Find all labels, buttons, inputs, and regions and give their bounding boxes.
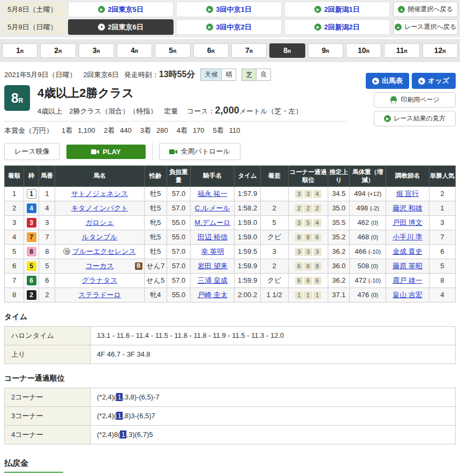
corner-order-cell: 111 [288,288,328,302]
trainer-link[interactable]: 戸田 博文 [393,218,423,226]
meeting-race-label: 2回東京6日 [108,22,143,32]
trainer-cell: 畠山 吉宏 [386,288,429,302]
horse-link[interactable]: サトノジェネシス [71,190,128,198]
horse-link[interactable]: キタノインパクト [71,204,128,212]
meeting-day-row: 5月9日（日曜）▼2回東京6日▶3回中京2日▶2回新潟2日▲レース選択へ戻る [2,19,458,35]
corner-position: 2 [295,205,303,213]
race-date-text: 2021年5月9日（日曜） 2回東京6日 [4,70,119,80]
patrol-video-button[interactable]: 全周パトロール [159,143,240,160]
horse-name-cell: サトノジェネシス [55,186,145,201]
trainer-link[interactable]: 金成 貴史 [393,247,423,255]
results-header-cell: 単勝人気 [429,166,455,187]
result-row: 588地ブルーエクセレンス牡557.0幸 英明1:59.5333336.2466… [5,244,456,259]
trainer-link[interactable]: 藤原 英昭 [393,262,423,270]
body-weight-diff: (-10) [368,248,381,255]
finish-time: 1:59.5 [235,244,260,259]
race-tab-9r[interactable]: 9R [308,43,343,58]
horse-link[interactable]: グラナタス [82,276,118,284]
corner-order-cell: 333 [288,244,328,259]
entry-table-button[interactable]: ▶出馬表 [366,73,409,89]
printer-icon [390,96,397,103]
race-tab-4r[interactable]: 4R [117,43,152,58]
horse-number: 1 [39,186,55,201]
jockey-cell: 福永 祐一 [191,186,235,201]
race-tab-suffix: R [366,49,370,54]
race-tab-suffix: R [173,49,177,54]
race-tab-suffix: R [211,49,215,54]
race-tab-12r[interactable]: 12R [423,43,458,58]
jockey-link[interactable]: C.ルメール [195,204,230,212]
race-tab-3r[interactable]: 3R [79,43,114,58]
horse-link[interactable]: コーカス [86,262,114,270]
meeting-race-button[interactable]: ▼2回東京6日 [68,19,174,35]
trainer-link[interactable]: 藤沢 和雄 [393,204,423,212]
frame-number-badge: 6 [27,276,36,285]
meeting-race-label: 2回新潟1日 [324,5,359,14]
last-3f: 35.0 [328,201,350,215]
trainer-link[interactable]: 小手川 準 [393,233,423,241]
race-tab-11r[interactable]: 11R [384,43,419,58]
meeting-race-button[interactable]: ▶3回中京1日 [176,2,282,17]
back-button[interactable]: ▲開催選択へ戻る [393,2,458,17]
race-tab-suffix: R [326,49,329,54]
body-weight-cell: 466 (-10) [350,244,386,259]
body-weight-diff: (0) [371,234,378,240]
back-button[interactable]: ▲レース選択へ戻る [393,19,458,35]
race-tab-2r[interactable]: 2R [40,43,76,58]
trainer-link[interactable]: 鹿戸 雄一 [393,276,423,284]
race-tab-10r[interactable]: 10R [346,43,381,58]
corner-order-post: ,3,8)-(6,5)-7 [123,393,160,401]
race-tab-number: 1 [16,46,20,55]
body-weight-diff: (+12) [367,191,381,197]
win-popularity: 6 [429,244,455,259]
horse-link[interactable]: ステラドーロ [78,291,121,299]
trainer-link[interactable]: 畠山 吉宏 [393,291,423,299]
jockey-link[interactable]: 岩田 望来 [198,262,228,270]
jockey-link[interactable]: 幸 英明 [201,247,224,255]
corner-position: 2 [313,205,321,213]
meeting-race-button[interactable]: ▶2回東京5日 [68,2,174,17]
horse-link[interactable]: ガロシェ [85,218,114,226]
result-guide-button[interactable]: ▶レース結果の見方 [374,111,456,126]
corner-order-cell: 886 [288,230,328,244]
race-movie-button[interactable]: レース映像 [4,143,60,160]
horse-link[interactable]: ルタンブル [82,233,118,241]
jockey-link[interactable]: 福永 祐一 [198,190,228,198]
race-tab-7r[interactable]: 7R [231,43,267,58]
jockey-link[interactable]: 田辺 裕信 [198,233,228,241]
jockey-link[interactable]: M.デムーロ [194,218,230,226]
meeting-race-button[interactable]: ▶2回新潟2日 [284,19,390,35]
winner-number-highlight: 1 [116,412,123,420]
race-tab-1r[interactable]: 1R [2,43,37,58]
divider [152,143,153,160]
race-conditions: 4歳以上 2勝クラス（混合）（特指） 定量 コース：2,000メートル（芝・左） [37,105,303,116]
race-tab-8r[interactable]: 8R [269,43,305,58]
meeting-selector: 5月8日（土曜）▶2回東京5日▶3回中京1日▶2回新潟1日▲開催選択へ戻る5月9… [0,0,460,37]
body-weight-cell: 468 (0) [350,230,386,244]
body-weight: 472 [355,276,368,284]
meeting-race-button[interactable]: ▶3回中京2日 [176,19,282,35]
body-weight-diff: (0) [371,263,378,269]
odds-button[interactable]: ▶オッズ [412,73,456,89]
body-weight: 476 [357,291,371,299]
finish-order: 8 [5,288,24,302]
horse-number: 7 [39,230,55,244]
trainer-link[interactable]: 堀 宣行 [396,190,419,198]
race-tab-6r[interactable]: 6R [193,43,229,58]
chevron-right-icon: ▶ [206,24,213,31]
chevron-right-icon: ▶ [314,6,321,13]
play-button[interactable]: PLAY [66,145,146,159]
meeting-race-button[interactable]: ▶2回新潟1日 [284,2,390,17]
race-tab-number: 7 [245,46,250,55]
last-3f: 35.2 [328,230,350,244]
turf-condition-badge: 芝良 [242,69,271,81]
print-page-button[interactable]: 印刷用ページ [374,92,456,108]
jockey-link[interactable]: 三浦 皇成 [198,276,228,284]
meeting-date-label: 5月9日（日曜） [2,19,65,35]
race-tab-5r[interactable]: 5R [155,43,190,58]
horse-link[interactable]: ブルーエクセレンス [72,247,135,255]
corner-position: 6 [295,262,303,270]
race-tab-number: 4 [131,46,135,55]
frame-number-badge: 8 [27,247,36,256]
jockey-link[interactable]: 戸崎 圭太 [198,291,228,299]
